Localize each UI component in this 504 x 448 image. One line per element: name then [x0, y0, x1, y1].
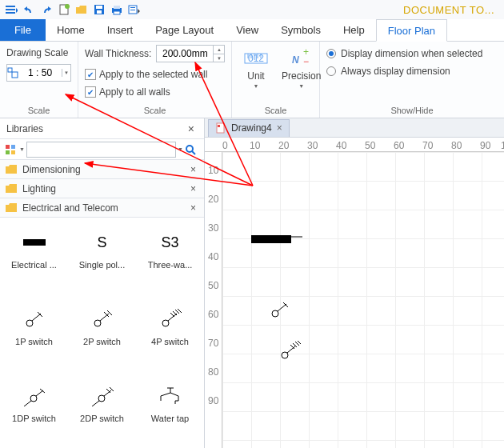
shape-single-pole[interactable]: SSingle pol... — [68, 218, 136, 282]
tab-home[interactable]: Home — [46, 19, 96, 41]
apply-all-walls[interactable]: ✔ Apply to all walls — [85, 83, 225, 101]
svg-rect-6 — [96, 6, 102, 9]
app-menu-icon[interactable] — [3, 2, 19, 18]
category-dimensioning[interactable]: Dimensioning × — [0, 160, 204, 179]
svg-line-66 — [287, 346, 296, 353]
save-icon[interactable] — [91, 2, 107, 18]
checkbox-icon: ✔ — [85, 69, 96, 80]
svg-text:012: 012 — [248, 53, 264, 64]
shape-4p-switch[interactable]: 4P switch — [136, 294, 204, 358]
svg-rect-2 — [6, 12, 15, 14]
svg-line-42 — [170, 313, 174, 317]
redo-icon[interactable] — [38, 2, 54, 18]
svg-line-54 — [92, 401, 99, 406]
svg-line-47 — [36, 390, 43, 396]
shape-three-way[interactable]: S3Three-wa... — [136, 218, 204, 282]
svg-point-36 — [94, 320, 101, 326]
shape-1p-switch[interactable]: 1P switch — [0, 294, 68, 358]
print-icon[interactable] — [109, 2, 125, 18]
radio-icon — [326, 66, 336, 76]
svg-line-31 — [192, 151, 195, 154]
new-icon[interactable] — [56, 2, 72, 18]
precision-icon: N+− — [289, 46, 314, 69]
document-tab[interactable]: Drawing4 × — [208, 119, 290, 137]
group-scale-label-2: Scale — [85, 103, 225, 118]
close-icon[interactable]: × — [185, 122, 198, 135]
canvas-grid — [222, 152, 504, 448]
quick-access-toolbar: DOCUMENT TO... — [0, 0, 504, 19]
folder-icon — [5, 183, 18, 194]
thickness-value[interactable] — [157, 48, 213, 59]
library-view-icon[interactable] — [3, 142, 18, 157]
category-lighting[interactable]: Lighting × — [0, 179, 204, 198]
svg-rect-58 — [217, 123, 224, 133]
always-display[interactable]: Always display dimension — [326, 62, 498, 80]
svg-text:−: − — [303, 56, 309, 66]
shape-1dp-switch[interactable]: 1DP switch — [0, 371, 68, 435]
tab-help[interactable]: Help — [332, 19, 376, 41]
shapes-grid: Electrical ... SSingle pol... S3Three-wa… — [0, 218, 204, 448]
svg-rect-14 — [8, 68, 12, 72]
close-icon[interactable]: × — [187, 202, 199, 214]
shape-2dp-switch[interactable]: 2DP switch — [68, 371, 136, 435]
doc-icon — [215, 122, 226, 134]
svg-rect-15 — [12, 72, 18, 78]
tab-floor-plan[interactable]: Floor Plan — [376, 19, 447, 42]
close-icon[interactable]: × — [277, 122, 282, 134]
apply-selected-wall[interactable]: ✔ Apply to the selected wall — [85, 66, 225, 83]
canvas-area: Drawing4 × 0 10 20 30 40 50 60 70 80 90 … — [205, 118, 504, 448]
svg-point-33 — [26, 320, 33, 326]
scale-dropdown[interactable]: ▼ — [62, 69, 70, 77]
svg-line-51 — [104, 390, 111, 396]
tab-symbols[interactable]: Symbols — [270, 19, 332, 41]
shape-electrical[interactable]: Electrical ... — [0, 218, 68, 282]
svg-line-49 — [24, 401, 31, 406]
open-icon[interactable] — [74, 2, 90, 18]
search-icon[interactable] — [185, 144, 201, 155]
radio-icon — [326, 49, 336, 58]
canvas-shape-wall[interactable] — [251, 234, 302, 245]
svg-rect-1 — [6, 9, 15, 10]
canvas-shape-switch[interactable] — [269, 301, 291, 320]
options-icon[interactable] — [126, 2, 142, 18]
tab-file[interactable]: File — [0, 19, 46, 41]
category-electrical[interactable]: Electrical and Telecom × — [0, 198, 204, 218]
svg-rect-32 — [23, 239, 46, 246]
chevron-down-icon: ▼ — [254, 83, 259, 89]
display-when-selected[interactable]: Display dimension when selected — [326, 45, 498, 62]
canvas-shape-switch-4p[interactable] — [278, 341, 302, 362]
thickness-spinner[interactable]: ▲▼ — [213, 46, 224, 62]
svg-rect-28 — [6, 150, 10, 154]
svg-point-65 — [282, 352, 288, 358]
tab-view[interactable]: View — [225, 19, 270, 41]
drawing-scale-input[interactable]: ▼ — [6, 64, 71, 82]
chevron-down-icon: ▼ — [298, 83, 304, 89]
precision-button[interactable]: N+− Precision ▼ — [277, 45, 326, 90]
chevron-down-icon[interactable]: ▼ — [19, 146, 25, 152]
svg-point-50 — [98, 395, 105, 402]
shape-water-tap[interactable]: Water tap — [136, 371, 204, 435]
wall-thickness-input[interactable]: ▲▼ — [156, 45, 225, 62]
svg-rect-9 — [114, 6, 120, 9]
group-scale-label: Scale — [6, 103, 71, 118]
tab-insert[interactable]: Insert — [96, 19, 145, 41]
ruler-icon: 012 — [243, 46, 269, 69]
library-search[interactable] — [26, 142, 176, 158]
checkbox-icon: ✔ — [85, 86, 96, 98]
close-icon[interactable]: × — [187, 164, 199, 175]
svg-line-53 — [110, 387, 114, 391]
ribbon: Drawing Scale ▼ Scale Wall Thickness: ▲▼… — [0, 42, 504, 118]
svg-rect-12 — [130, 7, 135, 8]
canvas[interactable]: 10 20 30 40 50 60 70 80 90 — [205, 152, 504, 448]
undo-icon[interactable] — [21, 2, 37, 18]
tab-page-layout[interactable]: Page Layout — [144, 19, 225, 41]
unit-button[interactable]: 012 Unit ▼ — [238, 45, 274, 90]
close-icon[interactable]: × — [187, 183, 199, 194]
svg-rect-7 — [97, 10, 102, 14]
shape-2p-switch[interactable]: 2P switch — [68, 294, 136, 358]
drawing-scale-label: Drawing Scale — [6, 45, 71, 61]
libraries-title: Libraries — [6, 123, 43, 134]
svg-point-40 — [162, 320, 169, 326]
scale-value[interactable] — [18, 67, 62, 78]
chevron-down-icon[interactable]: ▼ — [178, 146, 183, 152]
